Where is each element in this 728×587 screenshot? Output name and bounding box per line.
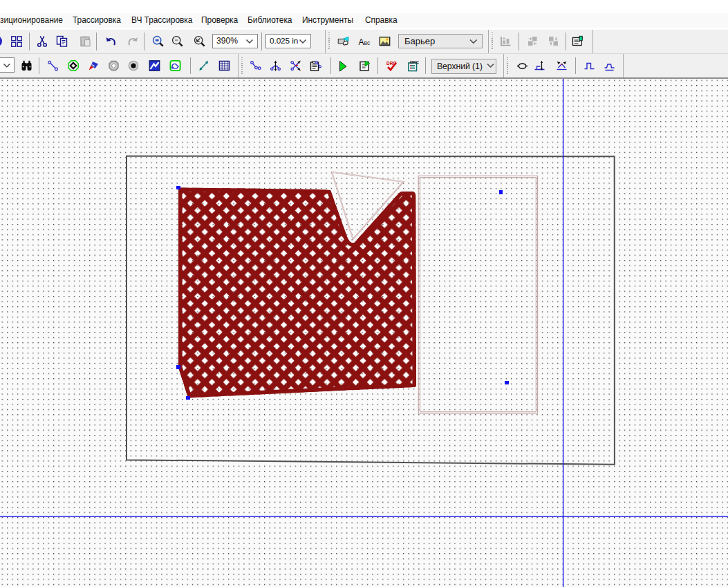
- svg-text:DRC: DRC: [410, 60, 420, 64]
